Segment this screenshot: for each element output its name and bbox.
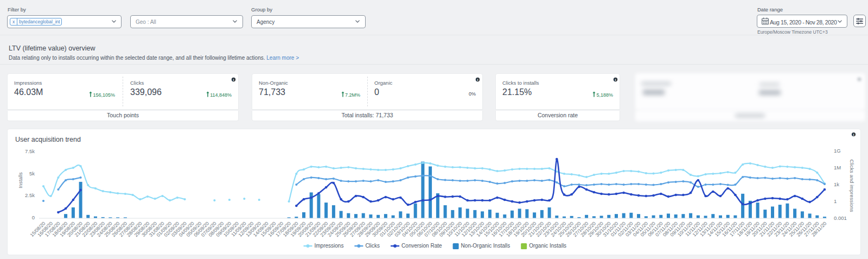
svg-text:Clicks and impressions: Clicks and impressions (849, 159, 855, 212)
svg-text:0: 0 (32, 214, 35, 220)
svg-text:Non-Organic Installs: Non-Organic Installs (461, 243, 510, 249)
svg-text:Impressions: Impressions (315, 243, 344, 249)
svg-text:Installs: Installs (17, 172, 23, 188)
svg-text:1G: 1G (834, 148, 841, 154)
svg-text:1M: 1M (834, 165, 841, 170)
svg-text:1k: 1k (834, 181, 839, 187)
svg-text:7.5k: 7.5k (25, 148, 35, 154)
svg-text:1: 1 (834, 198, 837, 204)
svg-text:Conversion Rate: Conversion Rate (401, 243, 442, 249)
svg-text:2.5k: 2.5k (25, 192, 35, 198)
svg-text:Clicks: Clicks (365, 243, 380, 249)
svg-text:Organic Installs: Organic Installs (529, 243, 566, 249)
svg-text:5k: 5k (29, 170, 35, 176)
svg-text:0.001: 0.001 (834, 215, 847, 221)
svg-text:i: i (853, 132, 854, 136)
